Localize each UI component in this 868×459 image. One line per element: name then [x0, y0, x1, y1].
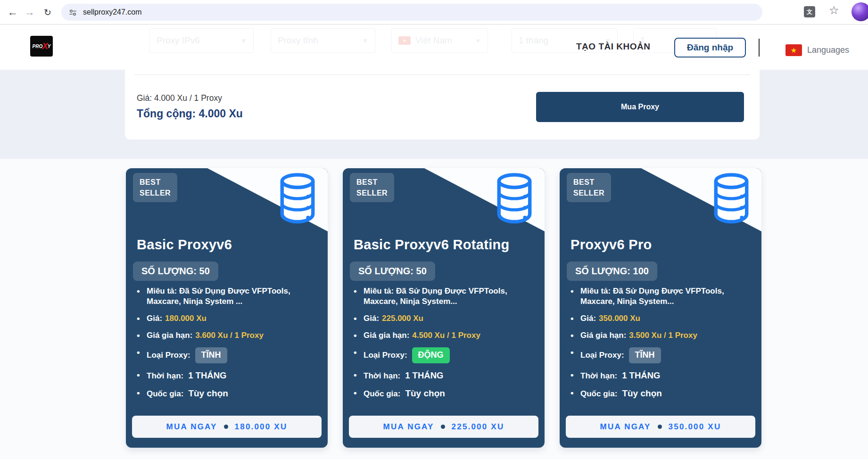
chevron-down-icon: ▼: [362, 37, 368, 44]
language-flag-icon[interactable]: ★: [785, 44, 802, 56]
plan-country-row: Quốc gia:Tùy chọn: [137, 388, 320, 400]
database-icon: [491, 172, 538, 224]
header-divider: [759, 39, 760, 57]
quantity-badge: SỐ LƯỢNG: 50: [133, 262, 218, 281]
proxy-type-badge: TĨNH: [195, 347, 227, 363]
plan-details-list: Miêu tả: Đã Sử Dụng Được VFPTools, Maxca…: [137, 286, 320, 406]
plan-price-row: Giá:180.000 Xu: [137, 313, 320, 324]
best-seller-badge: BEST SELLER: [350, 173, 394, 202]
filter-proxy-type-select[interactable]: Proxy IPv6 ▼: [149, 28, 254, 53]
plan-duration-row: Thời hạn:1 THÁNG: [137, 370, 320, 381]
plan-name: Proxyv6 Pro: [570, 237, 652, 253]
plan-card: BEST SELLER Basic Proxyv6 Rotating SỐ LƯ…: [343, 168, 545, 448]
plan-price-row: Giá:350.000 Xu: [570, 313, 753, 324]
filter-label: Proxy IPv6: [157, 35, 200, 46]
plan-description: Miêu tả: Đã Sử Dụng Được VFPTools, Maxca…: [354, 286, 537, 307]
vietnam-flag-icon: ★: [398, 36, 411, 45]
chevron-down-icon: ▼: [475, 37, 481, 44]
database-icon: [708, 172, 755, 224]
site-header: PROXY Proxy IPv6 ▼ Proxy tĩnh ▼ ★ Việt N…: [0, 25, 868, 70]
profile-avatar[interactable]: [851, 2, 868, 21]
back-icon[interactable]: ←: [5, 4, 21, 20]
plan-description: Miêu tả: Đã Sử Dụng Được VFPTools, Maxca…: [137, 286, 320, 307]
unit-price-text: Giá: 4.000 Xu / 1 Proxy: [137, 93, 222, 103]
plan-renew-row: Giá gia hạn:3.600 Xu / 1 Proxy: [137, 330, 320, 341]
languages-label[interactable]: Languages: [807, 45, 849, 55]
logo-text: PRO: [32, 44, 42, 49]
purchase-summary-card: Giá: 4.000 Xu / 1 Proxy Tổng cộng: 4.000…: [125, 70, 760, 139]
dot-separator-icon: [658, 425, 662, 429]
bookmark-star-icon[interactable]: ☆: [829, 4, 839, 17]
total-price-text: Tổng cộng: 4.000 Xu: [137, 107, 243, 120]
filter-proxy-kind-select[interactable]: Proxy tĩnh ▼: [271, 28, 375, 53]
url-text: sellproxy247.com: [83, 8, 142, 16]
site-logo[interactable]: PROXY: [30, 36, 53, 57]
plan-card: BEST SELLER Proxyv6 Pro SỐ LƯỢNG: 100 Mi…: [560, 168, 761, 448]
plan-description: Miêu tả: Đã Sử Dụng Được VFPTools, Maxca…: [570, 286, 753, 307]
quantity-badge: SỐ LƯỢNG: 100: [567, 262, 657, 281]
reload-icon[interactable]: ↻: [40, 4, 56, 20]
plans-section: BEST SELLER Basic Proxyv6 SỐ LƯỢNG: 50 M…: [0, 159, 868, 459]
plan-card: BEST SELLER Basic Proxyv6 SỐ LƯỢNG: 50 M…: [126, 168, 328, 448]
plan-country-row: Quốc gia:Tùy chọn: [570, 388, 753, 400]
buy-now-button[interactable]: MUA NGAY 180.000 XU: [132, 416, 322, 438]
browser-window: ← → ↻ sellproxy247.com 文 ☆ PROXY Proxy I…: [0, 0, 868, 459]
dot-separator-icon: [224, 425, 228, 429]
plan-details-list: Miêu tả: Đã Sử Dụng Được VFPTools, Maxca…: [570, 286, 753, 406]
buy-now-button[interactable]: MUA NGAY 350.000 XU: [566, 416, 755, 438]
plan-details-list: Miêu tả: Đã Sử Dụng Được VFPTools, Maxca…: [354, 286, 537, 406]
plan-price-row: Giá:225.000 Xu: [354, 313, 537, 324]
plan-renew-row: Giá gia hạn:3.500 Xu / 1 Proxy: [570, 330, 753, 341]
filter-country-select[interactable]: ★ Việt Nam ▼: [391, 28, 488, 53]
translate-icon[interactable]: 文: [804, 6, 815, 17]
plan-name: Basic Proxyv6 Rotating: [354, 237, 510, 253]
plan-country-row: Quốc gia:Tùy chọn: [354, 388, 537, 400]
site-info-icon[interactable]: [69, 8, 77, 16]
buy-proxy-button[interactable]: Mua Proxy: [536, 92, 744, 122]
plan-duration-row: Thời hạn:1 THÁNG: [570, 370, 753, 381]
browser-toolbar: ← → ↻ sellproxy247.com 文 ☆: [0, 0, 868, 25]
forward-icon[interactable]: →: [22, 4, 38, 20]
best-seller-badge: BEST SELLER: [133, 173, 177, 202]
proxy-type-badge: TĨNH: [629, 347, 661, 363]
address-bar[interactable]: sellproxy247.com: [61, 4, 762, 21]
login-button[interactable]: Đăng nhập: [674, 38, 746, 57]
create-account-link[interactable]: TẠO TÀI KHOẢN: [576, 41, 650, 52]
proxy-type-badge: ĐỘNG: [412, 347, 450, 363]
plan-type-row: Loại Proxy:ĐỘNG: [354, 347, 537, 363]
database-icon: [274, 172, 321, 224]
plan-type-row: Loại Proxy:TĨNH: [137, 347, 320, 363]
quantity-badge: SỐ LƯỢNG: 50: [350, 262, 435, 281]
best-seller-badge: BEST SELLER: [567, 173, 611, 202]
filter-label: Proxy tĩnh: [278, 35, 318, 46]
plan-duration-row: Thời hạn:1 THÁNG: [354, 370, 537, 381]
filter-label: Việt Nam: [415, 35, 452, 46]
logo-y: Y: [48, 44, 51, 49]
plan-renew-row: Giá gia hạn:4.500 Xu / 1 Proxy: [354, 330, 537, 341]
buy-now-button[interactable]: MUA NGAY 225.000 XU: [349, 416, 538, 438]
dot-separator-icon: [441, 425, 445, 429]
plan-name: Basic Proxyv6: [137, 237, 232, 253]
chevron-down-icon: ▼: [240, 37, 247, 44]
plan-type-row: Loại Proxy:TĨNH: [570, 347, 753, 363]
filter-label: 1 tháng: [519, 35, 548, 46]
